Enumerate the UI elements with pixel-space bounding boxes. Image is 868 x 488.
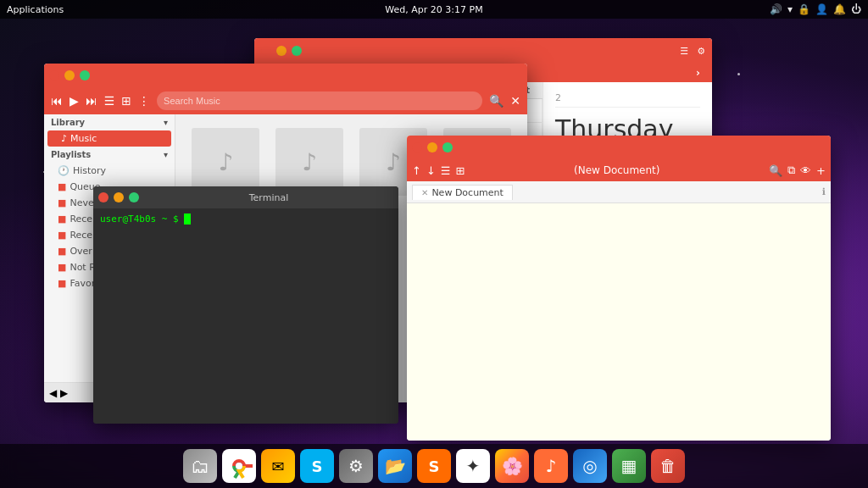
sublime-icon: S: [429, 458, 440, 475]
music-extra-icon[interactable]: ⋮: [138, 94, 150, 108]
over-played-icon: ■: [58, 246, 66, 257]
calendar-next-button[interactable]: ›: [693, 67, 704, 79]
editor-view-icon[interactable]: 👁: [800, 164, 811, 177]
editor-textarea[interactable]: [414, 210, 824, 434]
dock-item-browser2[interactable]: ◎: [573, 449, 607, 483]
terminal-title: Terminal: [144, 192, 393, 203]
lock-icon[interactable]: 🔒: [798, 3, 810, 15]
photos-icon: 🌸: [502, 456, 523, 476]
sidebar-item-history[interactable]: 🕐 History: [44, 163, 175, 179]
skype-icon: S: [312, 458, 323, 475]
editor-max-button[interactable]: [442, 142, 453, 152]
editor-tab-new-document[interactable]: ✕ New Document: [412, 185, 513, 200]
editor-download-icon[interactable]: ↓: [426, 164, 436, 177]
dock-item-email[interactable]: ✉: [261, 449, 295, 483]
music-library-section: Library ▾: [44, 114, 175, 130]
dock-item-music[interactable]: ♪: [534, 449, 568, 483]
trash-icon: 🗑: [659, 456, 676, 476]
editor-grid-icon[interactable]: ⊞: [455, 164, 465, 177]
sidebar-item-music[interactable]: ♪ Music: [47, 130, 171, 147]
applications-label[interactable]: Applications: [7, 4, 64, 15]
calendar-view-icon[interactable]: ☰: [680, 46, 688, 57]
bell-icon[interactable]: 🔔: [833, 3, 846, 15]
album-art-1: ♪: [192, 128, 259, 196]
editor-more-icon[interactable]: +: [816, 164, 826, 177]
editor-tabs: ✕ New Document ℹ: [407, 181, 831, 203]
terminal-titlebar: Terminal: [93, 186, 398, 208]
editor-title: (New Document): [470, 164, 764, 176]
terminal-body[interactable]: user@T4b0s ~ $: [93, 208, 398, 424]
files-icon: 🗂: [191, 456, 209, 477]
prev-icon[interactable]: ⏮: [51, 94, 63, 108]
terminal-window: Terminal user@T4b0s ~ $: [93, 186, 398, 424]
music-search-icon[interactable]: 🔍: [489, 94, 504, 108]
music-album-item[interactable]: ♪: [273, 128, 347, 196]
terminal-min-button[interactable]: [114, 192, 124, 202]
calendar-day-number: 2: [555, 92, 700, 108]
music-dock-icon: ♪: [546, 456, 557, 476]
topbar: Applications Wed, Apr 20 3:17 PM 🔊 ▾ 🔒 👤…: [0, 0, 868, 19]
topbar-center: Wed, Apr 20 3:17 PM: [385, 4, 482, 15]
editor-window: ↑ ↓ ☰ ⊞ (New Document) 🔍 ⧉ 👁 + ✕ New Doc…: [407, 136, 831, 441]
dock-item-trash[interactable]: 🗑: [651, 449, 685, 483]
history-label: History: [73, 165, 106, 176]
playlists-arrow: ▾: [164, 150, 168, 159]
music-close-button[interactable]: [49, 70, 59, 80]
terminal-max-button[interactable]: [129, 192, 139, 202]
dock-item-photos[interactable]: 🌸: [495, 449, 529, 483]
volume-icon[interactable]: 🔊: [770, 3, 782, 15]
editor-list-icon[interactable]: ☰: [441, 164, 451, 177]
folder-icon: 📂: [385, 456, 406, 476]
editor-copy-icon[interactable]: ⧉: [787, 164, 795, 177]
editor-close-button[interactable]: [412, 142, 422, 152]
dock-item-apps[interactable]: ▦: [612, 449, 646, 483]
dock-item-sublime[interactable]: S: [417, 449, 451, 483]
terminal-close-button[interactable]: [98, 192, 108, 202]
chrome-icon: [225, 452, 253, 480]
inkscape-icon: ✦: [466, 456, 481, 476]
music-album-item[interactable]: ♪: [189, 128, 263, 196]
editor-toolbar: ↑ ↓ ☰ ⊞ (New Document) 🔍 ⧉ 👁 +: [407, 159, 831, 181]
terminal-prompt-line: user@T4b0s ~ $: [100, 214, 392, 225]
next-icon[interactable]: ⏭: [86, 94, 97, 108]
email-icon: ✉: [271, 458, 284, 475]
editor-body[interactable]: [407, 203, 831, 441]
editor-search-icon[interactable]: 🔍: [769, 164, 782, 177]
dock-item-folder[interactable]: 📂: [378, 449, 412, 483]
settings-icon: ⚙: [348, 456, 364, 476]
calendar-settings-icon[interactable]: ⚙: [697, 46, 705, 57]
editor-tab-info-icon[interactable]: ℹ: [822, 186, 826, 197]
recently-added-icon: ■: [58, 230, 66, 241]
taskbar: 🗂 ✉ S ⚙ 📂 S ✦: [0, 444, 868, 488]
dock-item-settings[interactable]: ⚙: [339, 449, 373, 483]
power-icon[interactable]: ⏻: [851, 3, 861, 15]
dock-item-inkscape[interactable]: ✦: [456, 449, 490, 483]
editor-tab-close-icon[interactable]: ✕: [421, 188, 428, 197]
calendar-min-button[interactable]: [276, 46, 287, 56]
topbar-right: 🔊 ▾ 🔒 👤 🔔 ⏻: [770, 3, 861, 15]
dock-item-skype[interactable]: S: [300, 449, 334, 483]
user-icon[interactable]: 👤: [815, 3, 828, 15]
music-search-input[interactable]: [157, 92, 482, 110]
grid-view-icon[interactable]: ⊞: [121, 94, 131, 108]
svg-point-2: [236, 463, 242, 469]
calendar-max-button[interactable]: [292, 46, 302, 56]
calendar-close-button[interactable]: [261, 46, 271, 56]
music-min-button[interactable]: [64, 70, 75, 80]
favorite-s-icon: ■: [58, 278, 66, 289]
library-label: Library: [51, 118, 85, 127]
library-arrow: ▾: [164, 118, 168, 127]
editor-min-button[interactable]: [427, 142, 437, 152]
dock-item-files[interactable]: 🗂: [183, 449, 217, 483]
recent-favs-icon: ■: [58, 214, 66, 225]
history-icon: 🕐: [58, 165, 70, 176]
play-icon[interactable]: ▶: [70, 94, 79, 108]
music-sidebar-nav-left[interactable]: ◀ ▶: [49, 387, 68, 399]
dock-item-chrome[interactable]: [222, 449, 256, 483]
music-close-x-icon[interactable]: ✕: [510, 94, 520, 108]
music-max-button[interactable]: [80, 70, 90, 80]
editor-upload-icon[interactable]: ↑: [412, 164, 421, 177]
network-icon[interactable]: ▾: [787, 3, 793, 15]
terminal-prompt: user@T4b0s ~ $: [100, 214, 184, 225]
list-view-icon[interactable]: ☰: [104, 94, 115, 108]
